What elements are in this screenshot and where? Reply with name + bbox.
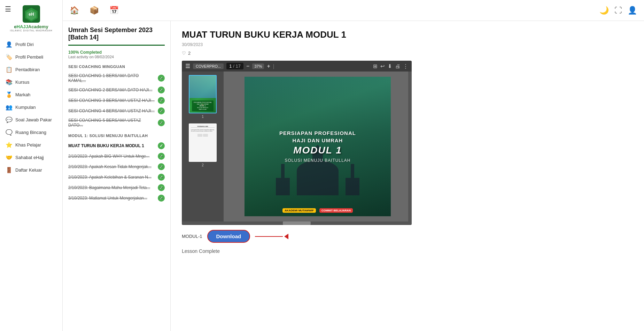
pdf-separator: |	[273, 63, 274, 69]
svg-rect-9	[346, 178, 359, 195]
pdf-total-pages: / 17	[233, 63, 241, 69]
sidebar-item-profil-diri[interactable]: 👤 Profil Diri	[0, 38, 62, 51]
sidebar-label-markah: Markah	[15, 92, 30, 97]
pentadbiran-icon: 📋	[6, 66, 13, 73]
lesson-label: SESI COACHING 1 BERSAMA DATO KAMAL...	[68, 73, 156, 83]
list-item[interactable]: 2/10/2023: Apakah Kesan Tidak Mengerjak.…	[68, 161, 165, 172]
check-icon: ✓	[158, 163, 165, 170]
sidebar-item-daftar-keluar[interactable]: 🚪 Daftar Keluar	[0, 164, 62, 176]
pdf-zoom-in-button[interactable]: +	[267, 63, 270, 69]
course-progress: 100% Completed	[68, 50, 165, 55]
lesson-label: MUAT TURUN BUKU KERJA MODUL 1	[68, 143, 156, 148]
package-icon[interactable]: 📦	[90, 6, 99, 15]
check-icon: ✓	[158, 142, 165, 149]
pdf-current-page: 1	[229, 63, 232, 69]
fullscreen-icon[interactable]: ⛶	[614, 6, 622, 15]
pdf-more-icon[interactable]: ⋮	[403, 63, 408, 69]
sidebar-item-markah[interactable]: 🏅 Markah	[0, 88, 62, 101]
download-arrow	[255, 234, 288, 239]
lesson-label: SESI COACHING 3 BERSAMA USTAZ HAJI...	[68, 98, 156, 103]
list-item[interactable]: 2/10/2023: Apakah Kelebihan & Saranan N.…	[68, 172, 165, 182]
kumpulan-icon: 👥	[6, 104, 13, 111]
list-item[interactable]: SESI COACHING 4 BERSAMA USTAZ HAJI... ✓	[68, 106, 165, 116]
download-button[interactable]: Download	[207, 230, 250, 243]
home-icon[interactable]: 🏠	[70, 6, 79, 15]
thumb-page2-text: Lorem ipsum dolor sit amet consectetur a…	[191, 129, 215, 132]
pdf-thumb-image-2: PENDAHULUAN Lorem ipsum dolor sit amet c…	[189, 123, 217, 162]
markah-icon: 🏅	[6, 91, 13, 98]
user-profile-icon[interactable]: 👤	[628, 6, 637, 15]
lesson-label: 2/10/2023: Apakah Kelebihan & Saranan N.…	[68, 175, 156, 180]
night-mode-icon[interactable]: 🌙	[599, 6, 609, 15]
pdf-vertical-scrollbar[interactable]	[408, 72, 412, 221]
sidebar-item-pentadbiran[interactable]: 📋 Pentadbiran	[0, 63, 62, 76]
list-item[interactable]: 2/10/2023: Bagaimana Mahu Menjadi Teta..…	[68, 182, 165, 193]
check-icon: ✓	[158, 184, 165, 191]
pdf-main-text: PERSIAPAN PROFESIONAL HAJI DAN UMRAH MOD…	[279, 130, 356, 163]
sidebar-label-khas-pelajar: Khas Pelajar	[15, 142, 41, 148]
thumb-city-bg	[189, 76, 216, 98]
pdf-thumbnails-panel: 🕌 PERSIAPAN PROFESIONALHAJI DAN UMRAHMOD…	[182, 72, 224, 221]
logo-sub: ISLAMIC DIGITAL MADRASAH	[10, 29, 52, 32]
pdf-thumbnail-2[interactable]: PENDAHULUAN Lorem ipsum dolor sit amet c…	[189, 123, 217, 167]
like-count: 2	[188, 51, 191, 56]
list-item[interactable]: 3/10/2023: Matlamat Untuk Mengerjakan...…	[68, 193, 165, 203]
sidebar: eH eHAJJAcademy ISLAMIC DIGITAL MADRASAH…	[0, 0, 63, 331]
arrow-head	[284, 234, 288, 239]
pdf-scrollbar-thumb-h	[283, 221, 311, 225]
pdf-zoom-level: 37%	[252, 63, 264, 69]
pdf-zoom-out-button[interactable]: −	[246, 63, 249, 69]
check-icon: ✓	[158, 153, 165, 160]
pdf-body: 🕌 PERSIAPAN PROFESIONALHAJI DAN UMRAHMOD…	[182, 72, 412, 221]
list-item[interactable]: SESI COACHING 5 BERSAMA USTAZ DATO... ✓	[68, 116, 165, 129]
lesson-label: 2/10/2023: Apakah BIG WHY Untuk Mnge...	[68, 154, 156, 159]
top-nav-right: 🌙 ⛶ 👤	[599, 6, 637, 15]
khas-pelajar-icon: ⭐	[6, 141, 13, 148]
sidebar-item-sahabat-ehajj[interactable]: 🤝 Sahabat eHajj	[0, 151, 62, 164]
download-area: MODUL-1 Download	[182, 230, 633, 243]
pdf-cover-title2: HAJI DAN UMRAH	[279, 137, 356, 143]
svg-rect-11	[351, 164, 354, 180]
thumb-logo-2	[203, 134, 208, 137]
pdf-page-content: PERSIAPAN PROFESIONAL HAJI DAN UMRAH MOD…	[245, 77, 391, 216]
pdf-horizontal-scrollbar[interactable]	[182, 221, 412, 225]
list-item[interactable]: SESI COACHING 1 BERSAMA DATO KAMAL... ✓	[68, 72, 165, 85]
course-divider	[68, 45, 165, 46]
pdf-menu-icon[interactable]: ☰	[185, 63, 190, 69]
sidebar-toggle-icon[interactable]: ☰	[5, 5, 11, 13]
heart-icon[interactable]: ♡	[182, 51, 186, 56]
pdf-page-info: 1 / 17	[226, 63, 243, 69]
thumb-page2-content: PENDAHULUAN Lorem ipsum dolor sit amet c…	[189, 124, 216, 161]
logo-image: eH	[21, 3, 42, 24]
pdf-cover-title3: MODUL 1	[279, 145, 356, 156]
pdf-thumbnail-1[interactable]: 🕌 PERSIAPAN PROFESIONALHAJI DAN UMRAHMOD…	[189, 75, 217, 119]
content-wrapper: Umrah Sesi September 2023 [Batch 14] 100…	[63, 21, 644, 331]
sidebar-item-soal-jawab[interactable]: 💬 Soal Jawab Pakar	[0, 113, 62, 126]
thumb-logo-1	[197, 134, 202, 137]
sidebar-item-ruang-bincang[interactable]: 🗨️ Ruang Bincang	[0, 126, 62, 138]
list-item[interactable]: MUAT TURUN BUKU KERJA MODUL 1 ✓	[68, 141, 165, 151]
pdf-present-icon[interactable]: ⊞	[373, 63, 378, 69]
page-date: 30/09/2023	[182, 42, 633, 47]
pdf-history-icon[interactable]: ↩	[380, 63, 385, 69]
pdf-main-logos: AKADEMI MUTAWWIF COMMIT BELAJARAN	[245, 208, 391, 213]
daftar-keluar-icon: 🚪	[6, 166, 13, 173]
list-item[interactable]: SESI COACHING 3 BERSAMA USTAZ HAJI... ✓	[68, 95, 165, 106]
lesson-label: 2/10/2023: Apakah Kesan Tidak Mengerjak.…	[68, 164, 156, 169]
list-item[interactable]: SESI COACHING 2 BERSAMA DATO HAJI... ✓	[68, 85, 165, 95]
list-item[interactable]: 2/10/2023: Apakah BIG WHY Untuk Mnge... …	[68, 151, 165, 161]
ruang-bincang-icon: 🗨️	[6, 129, 13, 136]
pdf-download-icon[interactable]: ⬇	[388, 63, 392, 69]
sidebar-item-khas-pelajar[interactable]: ⭐ Khas Pelajar	[0, 138, 62, 151]
course-title: Umrah Sesi September 2023 [Batch 14]	[68, 27, 165, 41]
sidebar-item-kumpulan[interactable]: 👥 Kumpulan	[0, 101, 62, 113]
section-coaching-title: SESI COACHING MINGGUAN	[68, 65, 165, 69]
pdf-print-icon[interactable]: 🖨	[395, 63, 400, 69]
calendar-icon[interactable]: 📅	[109, 6, 119, 15]
pdf-viewer: ☰ COVERPRO... 1 / 17 − 37% + | ⊞ ↩ ⬇ 🖨	[182, 61, 412, 225]
lesson-label: SESI COACHING 2 BERSAMA DATO HAJI...	[68, 88, 156, 92]
sidebar-item-kursus[interactable]: 📚 Kursus	[0, 76, 62, 88]
pdf-thumb-image-1: 🕌 PERSIAPAN PROFESIONALHAJI DAN UMRAHMOD…	[189, 75, 217, 113]
sidebar-navigation: 👤 Profil Diri 🏷️ Profil Pembeli 📋 Pentad…	[0, 38, 62, 176]
sidebar-item-profil-pembeli[interactable]: 🏷️ Profil Pembeli	[0, 51, 62, 63]
